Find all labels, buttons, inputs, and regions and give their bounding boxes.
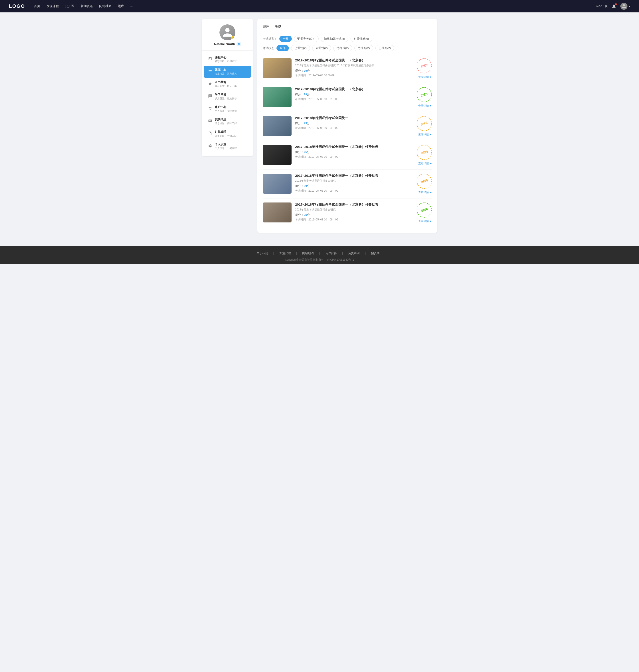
footer-disclaimer[interactable]: 免责声明 (348, 251, 360, 255)
exam-actions: 未通过 查看详情 ➤ (417, 58, 432, 79)
exam-time: 考试时间：2019–05–03 10：09：09 (295, 189, 413, 193)
exam-thumbnail (263, 174, 292, 194)
svg-rect-0 (263, 58, 292, 78)
content-area: 题库 考试 考试类型： 全部 证书类考试(4) 随机抽题考试(5) 付费批卷(6… (258, 19, 437, 233)
exam-actions: 待考试 查看详情 ➤ (417, 116, 432, 137)
exam-list-item: 2017–2018年行测证件考试全国统一 得分：99分 考试时间：2019–05… (263, 112, 432, 141)
menu-title-quiz: 题库中心 (215, 68, 247, 72)
exam-actions: 待批阅 查看详情 ➤ (417, 174, 432, 194)
profile-name: Natalie Smith 图 (214, 42, 241, 46)
exam-info: 2017–2018年行测证件考试全国统一（北京卷）付费批卷 得分：25分 考试时… (295, 145, 413, 159)
notification-bell-icon[interactable] (611, 4, 617, 9)
svg-rect-4 (263, 174, 292, 194)
avatar (620, 3, 627, 10)
exam-time: 考试时间：2019–05–03 10：09：09 (295, 126, 413, 130)
exam-score: 得分：99分 (295, 121, 413, 125)
view-detail-button[interactable]: 查看详情 ➤ (418, 75, 432, 79)
filter-status-pending-review[interactable]: 待批阅(2) (354, 45, 373, 51)
status-stamp: 未通过 (415, 57, 433, 75)
footer-copyright: Copyright® 云朵商学院 版权所有 京ICP备17051340号–1 (0, 258, 639, 262)
sidebar-item-orders[interactable]: 订单管理 订单支出、明明白白 (204, 128, 251, 140)
menu-title-account: 账户中心 (215, 105, 247, 109)
filter-type-random[interactable]: 随机抽题考试(5) (321, 36, 348, 42)
exam-title: 2017–2018年行测证件考试全国统一（北京卷）付费批卷 (295, 174, 413, 178)
exam-title: 2017–2018年行测证件考试全国统一 (295, 116, 413, 120)
view-detail-button[interactable]: 查看详情 ➤ (418, 133, 432, 137)
exam-score: 得分：99分 (295, 184, 413, 188)
menu-sub-cert: 收获荣誉、持证上岗 (215, 84, 247, 88)
sidebar-item-course-center[interactable]: 课程中心 精彩课程、不容错过 (204, 53, 251, 65)
exam-time: 考试时间：2019–05–03 10:09:09 (295, 74, 413, 77)
filter-status-all[interactable]: 全部 (277, 45, 289, 51)
exam-title: 2017–2018年行测证件考试全国统一（北京卷） (295, 87, 413, 91)
sidebar-item-quiz-center[interactable]: 题库中心 海量习题、助力通关 (204, 66, 251, 78)
svg-rect-3 (263, 145, 292, 165)
exam-thumbnail (263, 203, 292, 222)
menu-sub-messages: 消息通知、及时了解 (215, 122, 247, 125)
exam-type-filter-row: 考试类型： 全部 证书类考试(4) 随机抽题考试(5) 付费批卷(6) (263, 36, 432, 42)
filter-type-cert[interactable]: 证书类考试(4) (294, 36, 318, 42)
diamond-icon (208, 107, 215, 111)
nav-qa[interactable]: 问答社区 (99, 4, 112, 8)
filter-status-passed[interactable]: 已通过(2) (291, 45, 310, 51)
app-download-button[interactable]: APP下载 (596, 4, 608, 8)
footer-franchise[interactable]: 加盟代理 (279, 251, 291, 255)
exam-info: 2017–2018年行测证件考试全国统一（北京卷） 2018年行测考试是最值得多… (295, 58, 413, 77)
exam-score: 得分：99分 (295, 93, 413, 96)
view-detail-button[interactable]: 查看详情 ➤ (418, 191, 432, 194)
user-avatar-button[interactable]: ▾ (620, 3, 630, 10)
menu-title-cert: 证书荣誉 (215, 80, 247, 84)
filter-status-pending-exam[interactable]: 待考试(2) (333, 45, 352, 51)
menu-sub-quiz: 海量习题、助力通关 (215, 72, 247, 76)
exam-info: 2017–2018年行测证件考试全国统一（北京卷）付费批卷 2018年行测考试是… (295, 203, 413, 222)
nav-discover[interactable]: 发现课程 (46, 4, 59, 8)
exam-thumbnail (263, 87, 292, 107)
exam-info: 2017–2018年行测证件考试全国统一（北京卷） 得分：99分 考试时间：20… (295, 87, 413, 101)
award-icon (208, 82, 215, 86)
exam-thumbnail (263, 145, 292, 165)
tab-exam[interactable]: 考试 (275, 25, 281, 31)
exam-title: 2017–2018年行测证件考试全国统一（北京卷）付费批卷 (295, 145, 413, 149)
nav-news[interactable]: 新闻资讯 (80, 4, 93, 8)
footer-sitemap[interactable]: 网站地图 (302, 251, 314, 255)
menu-title-course: 课程中心 (215, 55, 247, 60)
nav-home[interactable]: 首页 (34, 4, 40, 8)
sidebar-profile: 🏅 Natalie Smith 图 (202, 25, 253, 51)
footer-partners[interactable]: 合作伙伴 (325, 251, 337, 255)
view-detail-button[interactable]: 查看详情 ➤ (418, 219, 432, 223)
exam-time: 考试时间：2019–05–03 10：09：09 (295, 155, 413, 159)
exam-score: 得分：25分 (295, 213, 413, 217)
exam-actions: 待批阅 查看详情 ➤ (417, 145, 432, 165)
exam-title: 2017–2018年行测证件考试全国统一（北京卷） (295, 58, 413, 63)
status-stamp: 待批阅 (415, 143, 433, 161)
filter-status-failed[interactable]: 未通过(2) (312, 45, 331, 51)
sidebar-item-cert-honor[interactable]: 证书荣誉 收获荣誉、持证上岗 (204, 78, 251, 90)
sidebar-menu: 课程中心 精彩课程、不容错过 题库中心 海量习题、助力通关 (202, 53, 253, 152)
footer-jobs[interactable]: 招贤纳士 (371, 251, 383, 255)
tab-question-bank[interactable]: 题库 (263, 25, 269, 31)
exam-list-item: 2017–2018年行测证件考试全国统一（北京卷） 2018年行测考试是最值得多… (263, 54, 432, 83)
footer-about[interactable]: 关于我们 (256, 251, 268, 255)
nav-more[interactable]: ··· (130, 4, 133, 8)
status-stamp: 待考试 (415, 114, 433, 133)
gold-badge-icon: 🏅 (231, 36, 235, 41)
exam-time: 考试时间：2019–05–03 10：09：09 (295, 218, 413, 222)
filter-type-paid[interactable]: 付费批卷(6) (350, 36, 372, 42)
sidebar-item-settings[interactable]: 个人设置 个人信息、一键管理 (204, 140, 251, 152)
exam-list-item: 2017–2018年行测证件考试全国统一（北京卷）付费批卷 2018年行测考试是… (263, 170, 432, 198)
nav-quiz[interactable]: 题库 (118, 4, 124, 8)
exam-desc: 2018年行测考试是最值得多去研究 (295, 208, 379, 212)
nav-opencourse[interactable]: 公开课 (65, 4, 74, 8)
sidebar-item-study-qa[interactable]: 学习问答 课后重温、疑难解答 (204, 91, 251, 102)
filter-type-all[interactable]: 全部 (279, 36, 292, 42)
navbar-right: APP下载 ▾ (596, 3, 630, 10)
list-icon (208, 69, 215, 74)
sidebar-item-messages[interactable]: 我的消息 消息通知、及时了解 (204, 115, 251, 127)
menu-title-orders: 订单管理 (215, 130, 247, 134)
sidebar-item-account[interactable]: 账户中心 个人权益、实时掌握 (204, 103, 251, 115)
view-detail-button[interactable]: 查看详情 ➤ (418, 104, 432, 108)
view-detail-button[interactable]: 查看详情 ➤ (418, 162, 432, 165)
exam-type-label: 考试类型： (263, 37, 277, 41)
filter-status-reviewed[interactable]: 已批阅(2) (375, 45, 394, 51)
chat-icon (208, 94, 215, 99)
